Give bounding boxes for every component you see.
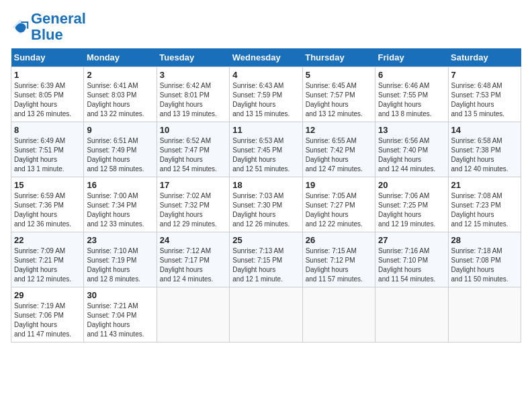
day-info: Sunrise: 6:48 AM Sunset: 7:53 PM Dayligh…	[451, 81, 518, 119]
day-number: 23	[87, 235, 153, 245]
calendar-cell: 10 Sunrise: 6:52 AM Sunset: 7:47 PM Dayl…	[157, 122, 229, 177]
day-number: 4	[232, 70, 299, 80]
day-info: Sunrise: 6:56 AM Sunset: 7:40 PM Dayligh…	[378, 136, 445, 174]
weekday-saturday: Saturday	[448, 48, 521, 67]
calendar-cell	[230, 287, 302, 342]
weekday-thursday: Thursday	[302, 48, 375, 67]
calendar-cell: 6 Sunrise: 6:46 AM Sunset: 7:55 PM Dayli…	[375, 67, 448, 122]
calendar-week-1: 1 Sunrise: 6:39 AM Sunset: 8:05 PM Dayli…	[11, 67, 521, 122]
calendar-cell: 15 Sunrise: 6:59 AM Sunset: 7:36 PM Dayl…	[11, 177, 84, 232]
calendar-body: 1 Sunrise: 6:39 AM Sunset: 8:05 PM Dayli…	[11, 67, 521, 342]
day-number: 6	[378, 70, 445, 80]
calendar-cell: 29 Sunrise: 7:19 AM Sunset: 7:06 PM Dayl…	[11, 287, 84, 342]
calendar-cell: 1 Sunrise: 6:39 AM Sunset: 8:05 PM Dayli…	[11, 67, 84, 122]
day-number: 9	[87, 125, 153, 135]
day-number: 15	[14, 180, 81, 190]
weekday-wednesday: Wednesday	[230, 48, 302, 67]
day-number: 18	[232, 180, 299, 190]
calendar-cell: 27 Sunrise: 7:16 AM Sunset: 7:10 PM Dayl…	[375, 232, 448, 287]
calendar-cell: 16 Sunrise: 7:00 AM Sunset: 7:34 PM Dayl…	[84, 177, 157, 232]
day-info: Sunrise: 6:41 AM Sunset: 8:03 PM Dayligh…	[87, 81, 153, 119]
calendar-cell: 22 Sunrise: 7:09 AM Sunset: 7:21 PM Dayl…	[11, 232, 84, 287]
day-info: Sunrise: 7:10 AM Sunset: 7:19 PM Dayligh…	[87, 246, 153, 284]
calendar-cell: 8 Sunrise: 6:49 AM Sunset: 7:51 PM Dayli…	[11, 122, 84, 177]
weekday-friday: Friday	[375, 48, 448, 67]
calendar-cell: 12 Sunrise: 6:55 AM Sunset: 7:42 PM Dayl…	[302, 122, 375, 177]
calendar-week-4: 22 Sunrise: 7:09 AM Sunset: 7:21 PM Dayl…	[11, 232, 521, 287]
calendar-cell: 13 Sunrise: 6:56 AM Sunset: 7:40 PM Dayl…	[375, 122, 448, 177]
calendar-table: SundayMondayTuesdayWednesdayThursdayFrid…	[11, 48, 521, 342]
day-info: Sunrise: 7:02 AM Sunset: 7:32 PM Dayligh…	[160, 191, 226, 229]
day-info: Sunrise: 6:46 AM Sunset: 7:55 PM Dayligh…	[378, 81, 445, 119]
day-number: 1	[14, 70, 81, 80]
day-number: 8	[14, 125, 81, 135]
header: General Blue	[11, 11, 521, 43]
calendar-cell: 30 Sunrise: 7:21 AM Sunset: 7:04 PM Dayl…	[84, 287, 157, 342]
day-info: Sunrise: 6:58 AM Sunset: 7:38 PM Dayligh…	[451, 136, 518, 174]
day-number: 3	[160, 70, 226, 80]
calendar-cell: 17 Sunrise: 7:02 AM Sunset: 7:32 PM Dayl…	[157, 177, 229, 232]
day-info: Sunrise: 7:16 AM Sunset: 7:10 PM Dayligh…	[378, 246, 445, 284]
day-info: Sunrise: 7:12 AM Sunset: 7:17 PM Dayligh…	[160, 246, 226, 284]
calendar-cell	[375, 287, 448, 342]
calendar-cell: 20 Sunrise: 7:06 AM Sunset: 7:25 PM Dayl…	[375, 177, 448, 232]
day-number: 19	[306, 180, 372, 190]
day-number: 13	[378, 125, 445, 135]
day-number: 5	[306, 70, 372, 80]
day-info: Sunrise: 6:49 AM Sunset: 7:51 PM Dayligh…	[14, 136, 81, 174]
day-info: Sunrise: 7:03 AM Sunset: 7:30 PM Dayligh…	[232, 191, 299, 229]
day-info: Sunrise: 7:00 AM Sunset: 7:34 PM Dayligh…	[87, 191, 153, 229]
day-number: 25	[232, 235, 299, 245]
logo-general: General	[31, 10, 86, 27]
day-info: Sunrise: 7:05 AM Sunset: 7:27 PM Dayligh…	[306, 191, 372, 229]
day-number: 12	[306, 125, 372, 135]
day-info: Sunrise: 6:45 AM Sunset: 7:57 PM Dayligh…	[306, 81, 372, 119]
day-info: Sunrise: 7:21 AM Sunset: 7:04 PM Dayligh…	[87, 302, 153, 339]
day-number: 11	[232, 125, 299, 135]
day-info: Sunrise: 7:19 AM Sunset: 7:06 PM Dayligh…	[14, 302, 81, 339]
day-info: Sunrise: 7:18 AM Sunset: 7:08 PM Dayligh…	[451, 246, 518, 284]
day-number: 22	[14, 235, 81, 245]
day-number: 16	[87, 180, 153, 190]
calendar-week-5: 29 Sunrise: 7:19 AM Sunset: 7:06 PM Dayl…	[11, 287, 521, 342]
day-info: Sunrise: 6:52 AM Sunset: 7:47 PM Dayligh…	[160, 136, 226, 174]
day-number: 10	[160, 125, 226, 135]
day-number: 20	[378, 180, 445, 190]
logo: General Blue	[11, 11, 86, 43]
day-number: 27	[378, 235, 445, 245]
calendar-cell: 7 Sunrise: 6:48 AM Sunset: 7:53 PM Dayli…	[448, 67, 521, 122]
calendar-cell	[157, 287, 229, 342]
day-info: Sunrise: 6:43 AM Sunset: 7:59 PM Dayligh…	[232, 81, 299, 119]
calendar-week-3: 15 Sunrise: 6:59 AM Sunset: 7:36 PM Dayl…	[11, 177, 521, 232]
calendar-cell: 2 Sunrise: 6:41 AM Sunset: 8:03 PM Dayli…	[84, 67, 157, 122]
calendar-cell: 11 Sunrise: 6:53 AM Sunset: 7:45 PM Dayl…	[230, 122, 302, 177]
weekday-sunday: Sunday	[11, 48, 84, 67]
calendar-week-2: 8 Sunrise: 6:49 AM Sunset: 7:51 PM Dayli…	[11, 122, 521, 177]
calendar-cell: 19 Sunrise: 7:05 AM Sunset: 7:27 PM Dayl…	[302, 177, 375, 232]
weekday-tuesday: Tuesday	[157, 48, 229, 67]
calendar-cell: 14 Sunrise: 6:58 AM Sunset: 7:38 PM Dayl…	[448, 122, 521, 177]
calendar-cell	[448, 287, 521, 342]
calendar-cell: 21 Sunrise: 7:08 AM Sunset: 7:23 PM Dayl…	[448, 177, 521, 232]
day-info: Sunrise: 6:59 AM Sunset: 7:36 PM Dayligh…	[14, 191, 81, 229]
day-info: Sunrise: 6:39 AM Sunset: 8:05 PM Dayligh…	[14, 81, 81, 119]
day-number: 7	[451, 70, 518, 80]
calendar-cell: 25 Sunrise: 7:13 AM Sunset: 7:15 PM Dayl…	[230, 232, 302, 287]
calendar-cell: 5 Sunrise: 6:45 AM Sunset: 7:57 PM Dayli…	[302, 67, 375, 122]
day-info: Sunrise: 7:08 AM Sunset: 7:23 PM Dayligh…	[451, 191, 518, 229]
weekday-header-row: SundayMondayTuesdayWednesdayThursdayFrid…	[11, 48, 521, 67]
day-info: Sunrise: 6:53 AM Sunset: 7:45 PM Dayligh…	[232, 136, 299, 174]
day-info: Sunrise: 7:06 AM Sunset: 7:25 PM Dayligh…	[378, 191, 445, 229]
day-number: 30	[87, 290, 153, 300]
weekday-monday: Monday	[84, 48, 157, 67]
calendar-cell: 24 Sunrise: 7:12 AM Sunset: 7:17 PM Dayl…	[157, 232, 229, 287]
day-info: Sunrise: 6:42 AM Sunset: 8:01 PM Dayligh…	[160, 81, 226, 119]
day-info: Sunrise: 7:15 AM Sunset: 7:12 PM Dayligh…	[306, 246, 372, 284]
day-number: 24	[160, 235, 226, 245]
day-info: Sunrise: 7:13 AM Sunset: 7:15 PM Dayligh…	[232, 246, 299, 284]
calendar-cell: 9 Sunrise: 6:51 AM Sunset: 7:49 PM Dayli…	[84, 122, 157, 177]
calendar-cell: 3 Sunrise: 6:42 AM Sunset: 8:01 PM Dayli…	[157, 67, 229, 122]
logo-blue: Blue	[31, 26, 63, 43]
calendar-cell: 18 Sunrise: 7:03 AM Sunset: 7:30 PM Dayl…	[230, 177, 302, 232]
day-info: Sunrise: 6:55 AM Sunset: 7:42 PM Dayligh…	[306, 136, 372, 174]
